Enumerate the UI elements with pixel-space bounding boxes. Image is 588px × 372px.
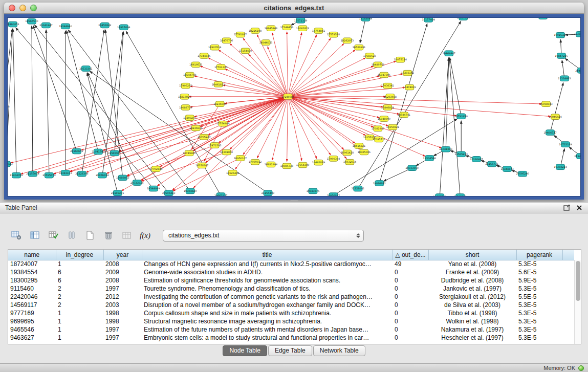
graph-edge[interactable]	[32, 26, 33, 173]
rows-button[interactable]	[64, 229, 78, 242]
graph-node[interactable]: 16950107	[234, 156, 247, 161]
graph-node[interactable]: 16203668	[384, 94, 397, 100]
column-header-in-degree[interactable]: in_degree	[56, 250, 103, 260]
graph-node[interactable]: 21228398	[75, 171, 88, 177]
graph-edge[interactable]	[446, 58, 449, 149]
graph-node[interactable]: 21334663	[558, 76, 571, 81]
graph-edge[interactable]	[243, 38, 288, 97]
column-header-title[interactable]: title	[142, 250, 393, 260]
graph-node[interactable]: 17344845	[198, 53, 210, 59]
graph-edge[interactable]	[288, 58, 366, 97]
graph-node[interactable]: 17761887	[234, 32, 247, 37]
graph-node[interactable]: 16932994	[265, 162, 277, 167]
graph-node[interactable]: 19343876	[307, 188, 319, 194]
table-settings-button[interactable]	[9, 229, 23, 242]
graph-edge[interactable]	[219, 50, 288, 97]
graph-node[interactable]: 17903293	[179, 83, 192, 89]
graph-node[interactable]: 20533341	[79, 66, 92, 72]
graph-node[interactable]: 17625441	[226, 170, 239, 176]
graph-node[interactable]: 18985738	[280, 163, 293, 169]
graph-edge[interactable]	[449, 58, 460, 196]
graph-node[interactable]: 20160051	[8, 21, 19, 27]
graph-edge[interactable]	[122, 97, 288, 191]
import-table-button[interactable]	[120, 229, 134, 242]
graph-node[interactable]: 17081983	[372, 126, 384, 132]
graph-node[interactable]: 21155731	[485, 161, 498, 167]
table-scrollbar[interactable]	[574, 260, 581, 344]
graph-node[interactable]: 16816025	[178, 94, 191, 100]
table-row[interactable]: 977716911998Corpus callosum shape and si…	[8, 309, 574, 317]
graph-node[interactable]: 19915327	[554, 32, 567, 38]
graph-node[interactable]: 18416821	[353, 143, 365, 149]
graph-node[interactable]: 17554300	[296, 162, 309, 168]
graph-node[interactable]: 16048999	[378, 116, 390, 122]
zoom-window-button[interactable]	[30, 5, 37, 11]
graph-edge[interactable]	[13, 29, 16, 175]
graph-edge[interactable]	[8, 29, 13, 164]
graph-node[interactable]: 16950821	[386, 124, 399, 130]
graph-node[interactable]: 19343111	[454, 194, 467, 196]
graph-node[interactable]: 19464447	[443, 51, 455, 56]
graph-node[interactable]: 20663784	[433, 194, 446, 196]
graph-edge[interactable]	[288, 97, 442, 148]
minimize-window-button[interactable]	[19, 5, 26, 11]
graph-edge[interactable]	[8, 29, 12, 106]
graph-node[interactable]: 19088739	[179, 105, 192, 111]
network-canvas[interactable]: 1724078416203668158468241604899917081983…	[7, 17, 581, 196]
table-row[interactable]: 1456911722003Disruption of a novel membe…	[8, 301, 574, 309]
graph-node[interactable]: 18985006	[358, 149, 371, 155]
graph-node[interactable]: 18075114	[394, 57, 407, 62]
graph-node[interactable]: 16754841	[312, 28, 325, 34]
graph-node[interactable]: 17154430	[239, 48, 252, 54]
graph-node[interactable]: 21334598	[574, 31, 580, 37]
graph-node[interactable]: 19304820	[184, 188, 197, 194]
table-row[interactable]: 1830029562008Estimation of significance …	[8, 276, 574, 285]
graph-edge[interactable]	[379, 24, 427, 183]
graph-edge[interactable]	[288, 97, 356, 143]
graph-node[interactable]: 21041883	[440, 146, 452, 152]
graph-edge[interactable]	[272, 97, 288, 160]
graph-node[interactable]: 21041599	[92, 149, 104, 155]
graph-node[interactable]: 17999012	[249, 159, 262, 165]
graph-node[interactable]: 20663923	[8, 161, 13, 167]
new-document-button[interactable]	[83, 229, 97, 242]
graph-node[interactable]: 21149271	[111, 190, 124, 196]
graph-node[interactable]: 16791950	[455, 114, 468, 119]
graph-edge[interactable]	[288, 43, 344, 97]
graph-node[interactable]: 17471595	[208, 143, 221, 148]
graph-node[interactable]: 17474819	[403, 84, 416, 90]
column-header-year[interactable]: year	[103, 250, 142, 260]
graph-node[interactable]: 20595413	[162, 190, 175, 196]
graph-node[interactable]: 18236916	[189, 125, 202, 131]
graph-edge[interactable]	[287, 97, 288, 162]
table-selector-dropdown[interactable]: citations_edges.txt	[163, 230, 364, 242]
graph-node[interactable]: 19565213	[455, 151, 468, 157]
graph-node[interactable]: 19404737	[543, 130, 556, 136]
graph-edge[interactable]	[157, 97, 288, 186]
graph-node[interactable]: 16461889	[312, 160, 325, 165]
graph-node[interactable]: 16919531	[189, 62, 202, 68]
graph-node[interactable]: 20056334	[96, 172, 108, 178]
graph-edge[interactable]	[34, 25, 168, 193]
graph-node[interactable]: 20056917	[327, 193, 340, 196]
table-row[interactable]: 946554611997Estimation of the future num…	[8, 325, 574, 334]
graph-node[interactable]: 19304566	[423, 156, 436, 161]
graph-edge[interactable]	[288, 97, 380, 118]
graph-node[interactable]: 20453842	[98, 23, 111, 28]
graph-node[interactable]: 21041247	[39, 23, 52, 28]
network-graph[interactable]: 1724078416203668158468241604899917081983…	[8, 18, 580, 196]
graph-node[interactable]: 17095713	[373, 137, 385, 142]
graph-edge[interactable]	[288, 50, 356, 97]
float-panel-icon[interactable]	[563, 205, 571, 211]
graph-node[interactable]: 19847736	[457, 18, 470, 20]
graph-edge[interactable]	[194, 76, 288, 96]
graph-node[interactable]: 21155499	[262, 190, 274, 196]
graph-node[interactable]: 15572339	[294, 18, 307, 23]
graph-node[interactable]: 17999364	[327, 156, 340, 162]
scrollbar-thumb[interactable]	[576, 261, 580, 301]
graph-node[interactable]: 15958943	[539, 101, 552, 107]
tab-edge-table[interactable]: Edge Table	[268, 345, 312, 356]
close-window-button[interactable]	[9, 5, 15, 11]
graph-edge[interactable]	[46, 30, 49, 176]
graph-node[interactable]: 16932014	[343, 159, 356, 165]
